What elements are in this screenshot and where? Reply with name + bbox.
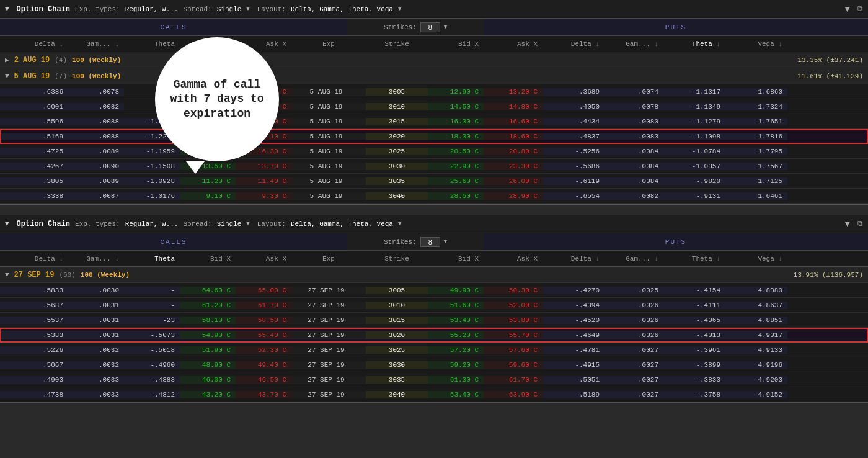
cell-0[interactable]: .4738 xyxy=(0,391,68,398)
table-row[interactable]: .4725.0089-1.195916.00 C16.30 C5 AUG 193… xyxy=(0,144,868,159)
cell-11[interactable]: -.3833 xyxy=(663,376,725,384)
cell-4[interactable]: 49.40 C xyxy=(236,361,291,369)
cell-8[interactable]: 26.00 C xyxy=(484,177,542,185)
cell-12[interactable]: 4.8851 xyxy=(725,317,787,324)
cell-2[interactable]: -.4812 xyxy=(124,391,180,398)
cell-10[interactable]: .0027 xyxy=(604,391,663,398)
cell-10[interactable]: .0026 xyxy=(604,331,663,339)
cell-7[interactable]: 55.20 C xyxy=(428,331,484,339)
panel2-col-gamma-calls[interactable]: Gam... xyxy=(68,255,124,263)
panel2-exp-types-value[interactable]: Regular, W... xyxy=(125,220,179,228)
strikes-input[interactable] xyxy=(420,22,440,32)
cell-0[interactable]: .3338 xyxy=(0,192,68,200)
panel2-strikes-dropdown[interactable]: ▼ xyxy=(444,239,447,245)
cell-5[interactable]: 27 SEP 19 xyxy=(291,287,366,294)
col-delta-puts[interactable]: Delta xyxy=(542,40,604,48)
cell-11[interactable]: -.4154 xyxy=(663,287,725,294)
table-row[interactable]: .5226.0032-.501851.90 C52.30 C27 SEP 193… xyxy=(0,343,868,357)
cell-6[interactable]: 3010 xyxy=(366,302,428,309)
panel2-layout-value[interactable]: Delta, Gamma, Theta, Vega xyxy=(291,220,393,228)
col-ask-puts[interactable]: Ask X xyxy=(484,40,542,48)
cell-5[interactable]: 5 AUG 19 xyxy=(291,133,366,140)
col-vega-puts[interactable]: Vega xyxy=(725,40,787,48)
cell-6[interactable]: 3015 xyxy=(366,317,428,324)
cell-11[interactable]: -1.1279 xyxy=(663,118,725,125)
cell-12[interactable]: 1.6860 xyxy=(725,88,787,96)
cell-1[interactable]: .0031 xyxy=(68,331,124,339)
table-row[interactable]: .5169.0088-1.227918.80 C19.10 C5 AUG 193… xyxy=(0,129,868,144)
cell-4[interactable]: 58.50 C xyxy=(236,317,291,324)
cell-1[interactable]: .0031 xyxy=(68,317,124,324)
panel2-col-theta-label[interactable]: Theta xyxy=(124,255,180,263)
cell-7[interactable]: 28.50 C xyxy=(428,192,484,200)
cell-7[interactable]: 20.50 C xyxy=(428,148,484,155)
cell-8[interactable]: 28.90 C xyxy=(484,192,542,200)
cell-3[interactable]: 9.10 C xyxy=(180,192,236,200)
cell-2[interactable]: -.5073 xyxy=(124,331,180,339)
cell-5[interactable]: 27 SEP 19 xyxy=(291,376,366,384)
cell-2[interactable]: -.4888 xyxy=(124,376,180,384)
cell-6[interactable]: 3040 xyxy=(366,192,428,200)
cell-6[interactable]: 3030 xyxy=(366,361,428,369)
cell-10[interactable]: .0082 xyxy=(604,192,663,200)
cell-6[interactable]: 3020 xyxy=(366,331,428,339)
cell-10[interactable]: .0074 xyxy=(604,88,663,96)
cell-7[interactable]: 59.20 C xyxy=(428,361,484,369)
cell-11[interactable]: -.9131 xyxy=(663,192,725,200)
cell-11[interactable]: -.3899 xyxy=(663,361,725,369)
strikes-dropdown[interactable]: ▼ xyxy=(444,24,447,30)
panel2-layout-dropdown-arrow[interactable]: ▼ xyxy=(398,221,401,227)
cell-8[interactable]: 18.60 C xyxy=(484,133,542,140)
cell-10[interactable]: .0027 xyxy=(604,346,663,354)
cell-3[interactable]: 58.10 C xyxy=(180,317,236,324)
cell-10[interactable]: .0026 xyxy=(604,302,663,309)
layout-value[interactable]: Delta, Gamma, Theta, Vega xyxy=(291,6,393,13)
cell-3[interactable]: 64.60 C xyxy=(180,287,236,294)
cell-12[interactable]: 1.7651 xyxy=(725,118,787,125)
cell-8[interactable]: 13.20 C xyxy=(484,88,542,96)
cell-4[interactable]: 46.50 C xyxy=(236,376,291,384)
cell-2[interactable]: -1.0176 xyxy=(124,192,180,200)
cell-4[interactable]: 65.00 C xyxy=(236,287,291,294)
table-row[interactable]: .6001.008225.00 C25.30 C5 AUG 19301014.5… xyxy=(0,99,868,114)
spread-value[interactable]: Single xyxy=(217,6,242,13)
table-row[interactable]: .5687.0031-61.20 C61.70 C27 SEP 19301051… xyxy=(0,298,868,313)
cell-2[interactable]: -1.1508 xyxy=(124,163,180,170)
cell-7[interactable]: 18.30 C xyxy=(428,133,484,140)
cell-1[interactable]: .0087 xyxy=(68,192,124,200)
cell-6[interactable]: 3035 xyxy=(366,376,428,384)
cell-8[interactable]: 14.80 C xyxy=(484,103,542,110)
window-icon[interactable]: ⧉ xyxy=(857,5,863,14)
cell-5[interactable]: 27 SEP 19 xyxy=(291,331,366,339)
cell-5[interactable]: 5 AUG 19 xyxy=(291,88,366,96)
panel-1-expand-arrow[interactable]: ▼ xyxy=(5,6,9,13)
cell-8[interactable]: 16.60 C xyxy=(484,118,542,125)
cell-3[interactable]: 48.90 C xyxy=(180,361,236,369)
cell-6[interactable]: 3010 xyxy=(366,103,428,110)
panel2-window-icon[interactable]: ⧉ xyxy=(857,220,863,228)
cell-11[interactable]: -1.1349 xyxy=(663,103,725,110)
cell-8[interactable]: 63.90 C xyxy=(484,391,542,398)
col-theta-puts[interactable]: Theta xyxy=(663,40,725,48)
cell-8[interactable]: 57.60 C xyxy=(484,346,542,354)
cell-10[interactable]: .0083 xyxy=(604,133,663,140)
table-row[interactable]: .5537.0031-2358.10 C58.50 C27 SEP 193015… xyxy=(0,313,868,328)
cell-9[interactable]: -.4394 xyxy=(542,302,604,309)
cell-6[interactable]: 3025 xyxy=(366,346,428,354)
cell-12[interactable]: 1.7816 xyxy=(725,133,787,140)
cell-12[interactable]: 1.7125 xyxy=(725,177,787,185)
cell-5[interactable]: 5 AUG 19 xyxy=(291,177,366,185)
cell-9[interactable]: -.4781 xyxy=(542,346,604,354)
cell-7[interactable]: 25.60 C xyxy=(428,177,484,185)
cell-5[interactable]: 5 AUG 19 xyxy=(291,163,366,170)
cell-6[interactable]: 3020 xyxy=(366,133,428,140)
cell-7[interactable]: 61.30 C xyxy=(428,376,484,384)
expiry-group-2aug19[interactable]: ▶ 2 AUG 19 (4) 100 (Weekly) 13.35% (±37.… xyxy=(0,52,868,68)
cell-11[interactable]: -1.1098 xyxy=(663,133,725,140)
table-row[interactable]: .4903.0033-.488846.00 C46.50 C27 SEP 193… xyxy=(0,372,868,387)
cell-5[interactable]: 5 AUG 19 xyxy=(291,192,366,200)
cell-6[interactable]: 3025 xyxy=(366,148,428,155)
cell-1[interactable]: .0032 xyxy=(68,361,124,369)
table-row[interactable]: .6386.007828.30 C28.70 C5 AUG 19300512.9… xyxy=(0,84,868,99)
cell-8[interactable]: 59.60 C xyxy=(484,361,542,369)
